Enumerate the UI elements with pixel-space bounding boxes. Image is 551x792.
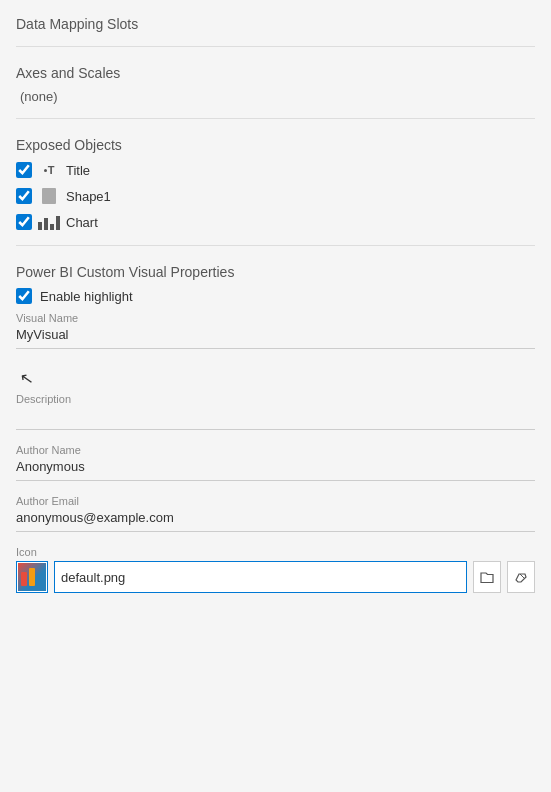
shape1-label: Shape1 (66, 189, 111, 204)
title-label: Title (66, 163, 90, 178)
description-value[interactable] (16, 408, 535, 430)
text-title-icon: T (40, 161, 58, 179)
author-email-label: Author Email (16, 495, 535, 507)
author-email-value[interactable]: anonymous@example.com (16, 510, 535, 532)
icon-preview (16, 561, 48, 593)
icon-group: Icon (16, 546, 535, 593)
author-name-group: Author Name Anonymous (16, 444, 535, 481)
icon-preview-image (18, 563, 46, 591)
axes-scales-title: Axes and Scales (16, 65, 535, 81)
author-name-label: Author Name (16, 444, 535, 456)
title-checkbox[interactable] (16, 162, 32, 178)
exposed-object-chart-row: Chart (16, 213, 535, 231)
svg-rect-2 (37, 574, 43, 586)
chart-bar-icon (40, 213, 58, 231)
icon-field-row (16, 561, 535, 593)
shape-rect-icon (40, 187, 58, 205)
svg-line-3 (520, 574, 525, 579)
enable-highlight-checkbox[interactable] (16, 288, 32, 304)
clear-icon-button[interactable] (507, 561, 535, 593)
icon-label: Icon (16, 546, 535, 558)
data-mapping-title: Data Mapping Slots (16, 16, 535, 32)
enable-highlight-label: Enable highlight (40, 289, 133, 304)
divider-2 (16, 118, 535, 119)
author-email-group: Author Email anonymous@example.com (16, 495, 535, 532)
cursor-icon: ↖ (18, 368, 34, 389)
enable-highlight-row: Enable highlight (16, 288, 535, 304)
eraser-icon (514, 570, 528, 584)
folder-icon (480, 570, 494, 584)
visual-name-group: Visual Name MyVisual (16, 312, 535, 349)
chart-checkbox[interactable] (16, 214, 32, 230)
description-group: Description (16, 393, 535, 430)
browse-icon-button[interactable] (473, 561, 501, 593)
visual-name-label: Visual Name (16, 312, 535, 324)
svg-rect-0 (21, 572, 27, 586)
description-label: Description (16, 393, 535, 405)
divider-1 (16, 46, 535, 47)
svg-rect-1 (29, 568, 35, 586)
icon-filename-input[interactable] (54, 561, 467, 593)
axes-none-value: (none) (20, 89, 535, 104)
author-name-value[interactable]: Anonymous (16, 459, 535, 481)
shape1-checkbox[interactable] (16, 188, 32, 204)
cursor-area: ↖ (16, 363, 535, 393)
chart-label: Chart (66, 215, 98, 230)
divider-3 (16, 245, 535, 246)
properties-panel: Data Mapping Slots Axes and Scales (none… (0, 0, 551, 792)
exposed-object-title-row: T Title (16, 161, 535, 179)
pbi-logo-icon (21, 568, 43, 586)
exposed-objects-title: Exposed Objects (16, 137, 535, 153)
visual-name-value[interactable]: MyVisual (16, 327, 535, 349)
exposed-object-shape1-row: Shape1 (16, 187, 535, 205)
pbi-properties-title: Power BI Custom Visual Properties (16, 264, 535, 280)
